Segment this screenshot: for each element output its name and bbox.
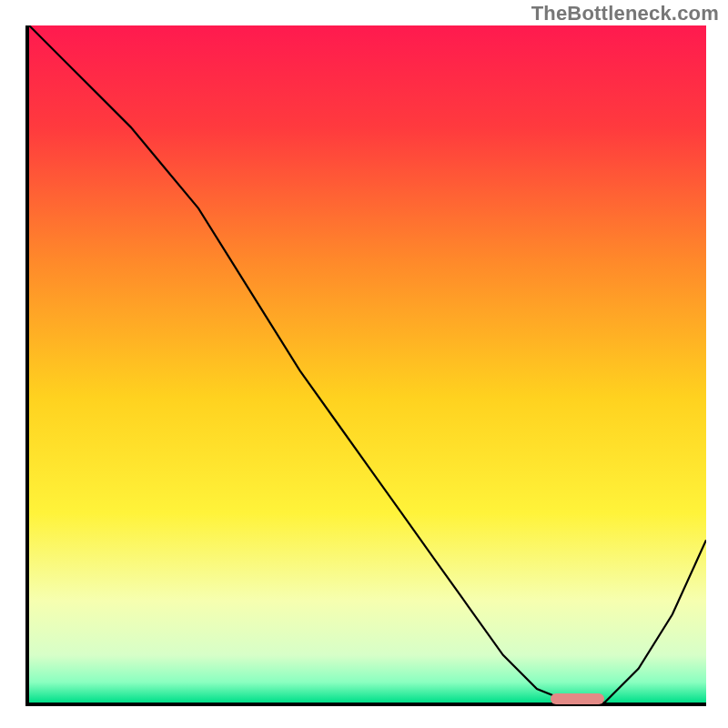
watermark-text: TheBottleneck.com (531, 2, 719, 25)
chart-container: TheBottleneck.com (0, 0, 728, 728)
optimal-range-marker (551, 693, 605, 704)
bottleneck-curve (29, 25, 706, 703)
plot-area (25, 25, 706, 706)
